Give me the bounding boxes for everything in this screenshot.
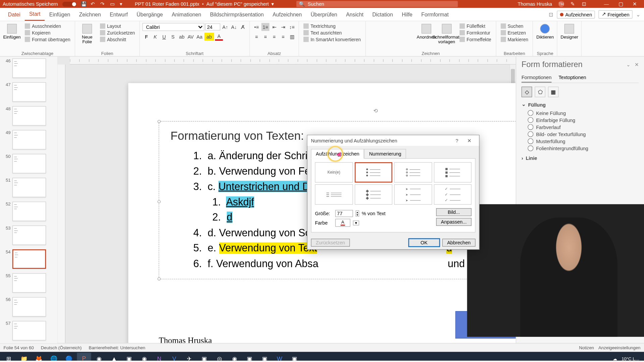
app-icon[interactable]: ▣ [197, 353, 211, 361]
language-status[interactable]: Deutsch (Österreich) [41, 345, 82, 350]
paste-button[interactable]: Einfügen [3, 23, 21, 40]
fill-option[interactable]: Bild- oder Texturfüllung [528, 131, 639, 137]
display-settings-button[interactable]: Anzeigeeinstellungen [598, 345, 640, 350]
font-size-input[interactable] [205, 23, 220, 31]
autosave-toggle[interactable] [62, 2, 76, 7]
panel-dropdown-icon[interactable]: ⌄ [626, 62, 630, 68]
align-text-button[interactable]: Text ausrichten [302, 29, 363, 36]
tab-shape-format[interactable]: Formformat [417, 9, 453, 20]
slide-thumb[interactable]: ━━━━━━━━━━ [12, 130, 46, 149]
undo-icon[interactable]: ↶ [91, 1, 96, 7]
vscode-icon[interactable]: V [167, 353, 181, 361]
italic-button[interactable]: K [151, 33, 159, 41]
spinner-up[interactable]: ▲ [356, 211, 359, 214]
bullet-none[interactable]: Kein(e) [315, 162, 353, 183]
panel-close-icon[interactable]: ✕ [635, 62, 639, 68]
customize-button[interactable]: Anpassen... [436, 218, 472, 226]
tab-animations[interactable]: Animationen [167, 9, 206, 20]
slide-thumbnails[interactable]: 46━━━━━━━━━━47━━━━━━━━━━48━━━━━━━━━━49━━… [0, 57, 57, 343]
fill-option[interactable]: Musterfüllung [528, 138, 639, 144]
shape-effects-button[interactable]: Formeffekte [458, 36, 493, 42]
fill-option[interactable]: Farbverlauf [528, 124, 639, 130]
slide-thumb[interactable]: ━━━━━━━━━━ [12, 273, 46, 293]
telegram-icon[interactable]: ✈ [182, 353, 196, 361]
slide-thumb[interactable]: ━━━━━━━━━━ [12, 226, 46, 245]
app-icon[interactable]: ▣ [257, 353, 271, 361]
slide-thumb[interactable]: ━━━━━━━━━━ [12, 321, 46, 340]
app-icon[interactable]: ◉ [227, 353, 241, 361]
app-icon[interactable]: ▣ [122, 353, 136, 361]
slide-thumb[interactable]: ━━━━━━━━━━ [12, 58, 46, 78]
notes-button[interactable]: Notizen [579, 345, 594, 350]
tab-shape-options[interactable]: Formoptionen [522, 73, 552, 83]
chrome-icon[interactable]: 🌐 [47, 353, 61, 361]
font-color-button[interactable]: A [215, 33, 223, 41]
bullet-filled-square[interactable] [434, 162, 472, 183]
record-button[interactable]: Aufzeichnen [557, 10, 595, 18]
shadow-button[interactable]: ab [178, 33, 186, 41]
edge-icon[interactable]: 🔵 [62, 353, 76, 361]
new-slide-button[interactable]: Neue Folie [78, 23, 96, 45]
slide-counter[interactable]: Folie 54 von 60 [4, 345, 34, 350]
spinner-down[interactable]: ▼ [356, 214, 359, 216]
text-direction-button[interactable]: Textrichtung [302, 23, 363, 29]
share-button[interactable]: ↗Freigeben [599, 10, 633, 18]
powerpoint-icon[interactable]: P [77, 353, 91, 361]
collapse-ribbon-icon[interactable]: ⌄ [636, 11, 640, 17]
bell-icon[interactable]: ⊡ [582, 1, 587, 7]
app-icon[interactable]: ▣ [287, 353, 302, 361]
slide-thumb[interactable]: ━━━━━━━━━━ [12, 297, 46, 316]
tab-record[interactable]: Aufzeichnen [268, 9, 306, 20]
picture-button[interactable]: Bild... [436, 208, 472, 216]
numbering-button[interactable]: 1≡ [261, 23, 269, 31]
smartart-button[interactable]: In SmartArt konvertieren [302, 36, 363, 42]
tab-file[interactable]: Datei [4, 9, 25, 20]
spacing-button[interactable]: AV [186, 33, 195, 41]
word-icon[interactable]: W [272, 353, 286, 361]
bullet-hollow-round[interactable] [394, 162, 432, 183]
align-center-button[interactable]: ≡ [261, 33, 269, 41]
bullet-filled-round[interactable] [355, 162, 392, 183]
onenote-icon[interactable]: N [152, 353, 166, 361]
fill-option[interactable]: Einfarbige Füllung [528, 117, 639, 123]
align-right-button[interactable]: ≡ [270, 33, 278, 41]
accessibility-status[interactable]: Barrierefreiheit: Untersuchen [89, 345, 146, 350]
slide-thumb[interactable]: ━━━━━━━━━━ [12, 82, 46, 102]
selection-handle[interactable] [158, 120, 161, 123]
tray-icon[interactable]: ☁ [613, 356, 617, 361]
size-input[interactable] [335, 210, 353, 217]
rotate-handle[interactable]: ⟲ [373, 108, 378, 114]
highlight-button[interactable]: ab [204, 33, 214, 41]
copy-button[interactable]: Kopieren [23, 29, 72, 36]
cut-button[interactable]: Ausschneiden [23, 23, 72, 29]
slide-thumb[interactable]: ━━━━━━━━━━ [12, 106, 46, 125]
bold-button[interactable]: F [143, 33, 151, 41]
dialog-close-button[interactable]: ✕ [463, 138, 476, 143]
slide-thumb[interactable]: ━━━━━━━━━━ [12, 178, 46, 197]
start-button[interactable]: ⊞ [2, 353, 16, 361]
underline-button[interactable]: U [160, 33, 168, 41]
app-icon[interactable]: ◎ [212, 353, 226, 361]
font-shrink-button[interactable]: A↓ [230, 23, 238, 31]
dictate-button[interactable]: Diktieren [536, 23, 554, 40]
tab-home[interactable]: Start [25, 8, 45, 20]
strike-button[interactable]: S [169, 33, 177, 41]
tab-transitions[interactable]: Übergänge [132, 9, 167, 20]
indent-left-button[interactable]: ⇤ [270, 23, 278, 31]
avatar[interactable]: TH [558, 1, 564, 7]
bullet-dash[interactable] [315, 184, 353, 205]
bullet-check[interactable] [434, 184, 472, 205]
firefox-icon[interactable]: 🦊 [32, 353, 46, 361]
selection-handle[interactable] [158, 200, 161, 203]
app-icon[interactable]: ▣ [243, 353, 257, 361]
effects-icon[interactable]: ⬠ [535, 86, 545, 97]
fill-line-icon[interactable]: ◇ [522, 86, 532, 97]
tab-dictation[interactable]: Dictation [368, 9, 397, 20]
save-icon[interactable]: 💾 [81, 1, 86, 7]
section-line[interactable]: ›Linie [522, 156, 639, 161]
redo-icon[interactable]: ↷ [100, 1, 106, 7]
case-button[interactable]: Aa [196, 33, 204, 41]
weather-widget[interactable]: 10°C L… [622, 356, 640, 361]
clear-format-button[interactable]: A̸ [239, 23, 247, 31]
ok-button[interactable]: OK [409, 239, 439, 247]
